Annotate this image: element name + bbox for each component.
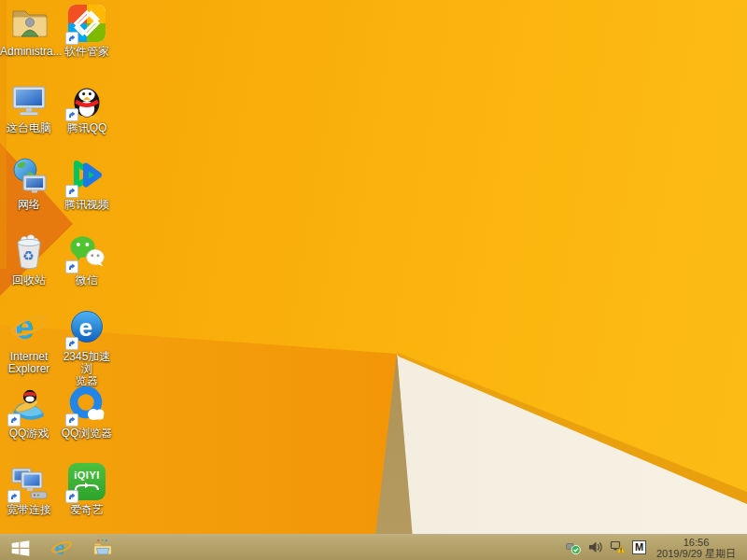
svg-text:e: e: [79, 314, 92, 342]
desktop-icon-iqiyi[interactable]: iQIYI 爱奇艺: [58, 461, 116, 516]
broadband-icon: [8, 461, 49, 502]
folder-user-icon: [8, 3, 49, 44]
globe-network-icon: [8, 156, 49, 197]
desktop-icon-this-pc[interactable]: 这台电脑: [0, 79, 58, 134]
shortcut-arrow-icon: [65, 32, 78, 45]
safely-remove-hardware-icon[interactable]: [565, 539, 581, 555]
ie-icon: e: [50, 537, 73, 559]
icon-label: QQ浏览器: [58, 427, 116, 440]
recycle-bin-icon: ♻: [8, 231, 49, 273]
tencent-video-icon: [66, 156, 107, 197]
shortcut-arrow-icon: [65, 413, 78, 427]
desktop-icon-software-manager[interactable]: 软件管家: [58, 3, 116, 58]
desktop-icon-qq-game[interactable]: QQ游戏: [0, 385, 58, 440]
taskbar-ie-button[interactable]: e: [41, 535, 82, 560]
icon-label: 爱奇艺: [58, 504, 116, 516]
ie-icon: e: [8, 308, 49, 349]
icon-label: 微信: [58, 274, 116, 287]
desktop: Administra... 这台电脑: [0, 0, 747, 560]
icon-label: 腾讯QQ: [58, 122, 116, 134]
start-button[interactable]: [0, 535, 41, 560]
shortcut-arrow-icon: [7, 490, 21, 503]
shortcut-arrow-icon: [7, 413, 21, 427]
qq-browser-icon: [66, 385, 107, 426]
iqiyi-wordmark: iQIYI: [68, 469, 106, 481]
taskbar-file-explorer-button[interactable]: [82, 535, 123, 560]
shortcut-arrow-icon: [65, 260, 78, 273]
shortcut-arrow-icon: [65, 185, 78, 198]
icon-label: 腾讯视频: [58, 199, 116, 211]
shortcut-arrow-icon: [65, 337, 78, 350]
shortcut-arrow-icon: [65, 490, 78, 503]
clock-date: 2019/9/29 星期日: [656, 548, 736, 559]
icon-label: 宽带连接: [0, 504, 58, 516]
svg-text:e: e: [54, 537, 64, 557]
desktop-icon-tencent-video[interactable]: 腾讯视频: [58, 156, 116, 211]
taskbar-clock[interactable]: 16:56 2019/9/29 星期日: [653, 537, 740, 559]
desktop-icon-recycle-bin[interactable]: ♻ 回收站: [0, 231, 58, 287]
desktop-icon-2345-browser[interactable]: e 2345加速浏 览器: [58, 308, 116, 387]
taskbar: e: [0, 534, 747, 560]
icon-label: Internet Explorer: [0, 351, 58, 375]
windows-logo-icon: [10, 538, 31, 558]
desktop-icon-wechat[interactable]: 微信: [58, 231, 116, 287]
icon-label: 这台电脑: [0, 122, 58, 134]
icon-label: 软件管家: [58, 46, 116, 58]
input-method-indicator[interactable]: M: [632, 540, 646, 554]
icon-label: 回收站: [0, 274, 58, 287]
volume-icon[interactable]: [587, 539, 603, 555]
network-warning-icon[interactable]: [610, 539, 626, 555]
desktop-icon-network[interactable]: 网络: [0, 156, 58, 211]
2345-browser-icon: e: [66, 308, 107, 349]
desktop-icon-administrator-folder[interactable]: Administra...: [0, 3, 58, 58]
computer-icon: [8, 79, 49, 120]
icon-label: Administra...: [0, 46, 58, 58]
desktop-icon-tencent-qq[interactable]: 腾讯QQ: [58, 79, 116, 134]
qq-penguin-icon: [66, 79, 107, 120]
svg-text:e: e: [15, 308, 34, 346]
recycle-symbol: ♻: [22, 248, 35, 263]
icon-label: 2345加速浏 览器: [58, 351, 116, 387]
software-manager-icon: [66, 3, 107, 44]
iqiyi-icon: iQIYI: [66, 461, 107, 502]
desktop-icon-broadband-connection[interactable]: 宽带连接: [0, 461, 58, 516]
icon-label: QQ游戏: [0, 427, 58, 440]
system-tray: M 16:56 2019/9/29 星期日: [565, 537, 747, 559]
desktop-icon-internet-explorer[interactable]: e Internet Explorer: [0, 308, 58, 375]
qq-game-icon: [8, 385, 49, 426]
wechat-icon: [66, 231, 107, 273]
desktop-icon-qq-browser[interactable]: QQ浏览器: [58, 385, 116, 440]
icon-label: 网络: [0, 199, 58, 211]
file-explorer-icon: [92, 537, 114, 559]
shortcut-arrow-icon: [65, 108, 78, 121]
clock-time: 16:56: [656, 537, 736, 548]
